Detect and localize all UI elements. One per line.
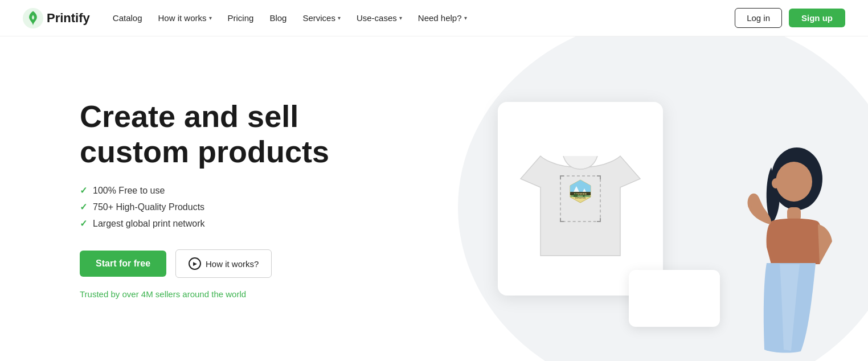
logo[interactable]: Printify <box>23 8 90 28</box>
hero-buttons: Start for free ▶ How it works? <box>80 249 376 278</box>
svg-point-13 <box>772 178 780 188</box>
nav-use-cases[interactable]: Use-cases ▾ <box>357 13 402 23</box>
chevron-down-icon: ▾ <box>464 15 467 21</box>
navbar: Printify Catalog How it works ▾ Pricing … <box>0 0 868 36</box>
woman-illustration <box>714 133 851 361</box>
chevron-down-icon: ▾ <box>338 15 341 21</box>
check-icon: ✓ <box>80 218 87 229</box>
nav-services[interactable]: Services ▾ <box>302 13 341 23</box>
how-it-works-button[interactable]: ▶ How it works? <box>175 249 272 278</box>
chevron-down-icon: ▾ <box>209 15 212 21</box>
hero-content: Create and sell custom products ✓ 100% F… <box>80 99 376 299</box>
chevron-down-icon: ▾ <box>399 15 402 21</box>
hero-features: ✓ 100% Free to use ✓ 750+ High-Quality P… <box>80 185 376 229</box>
feature-item: ✓ 100% Free to use <box>80 185 376 196</box>
hero-section: Create and sell custom products ✓ 100% F… <box>0 36 868 361</box>
feature-item: ✓ Largest global print network <box>80 218 376 229</box>
nav-how-it-works[interactable]: How it works ▾ <box>158 13 212 23</box>
check-icon: ✓ <box>80 202 87 212</box>
play-icon: ▶ <box>189 257 201 270</box>
overlay-card <box>629 270 720 327</box>
trust-text: Trusted by over 4M sellers around the wo… <box>80 289 376 299</box>
logo-icon <box>23 8 43 28</box>
tshirt-illustration: MOUNTAIN EXPEDITION <box>515 125 646 273</box>
nav-links: Catalog How it works ▾ Pricing Blog Serv… <box>113 13 735 23</box>
nav-need-help[interactable]: Need help? ▾ <box>418 13 467 23</box>
nav-blog[interactable]: Blog <box>269 13 286 23</box>
nav-actions: Log in Sign up <box>735 8 845 28</box>
product-card: MOUNTAIN EXPEDITION <box>498 102 663 296</box>
svg-point-12 <box>776 162 812 202</box>
hero-title: Create and sell custom products <box>80 99 376 169</box>
logo-text: Printify <box>47 11 90 26</box>
signup-button[interactable]: Sign up <box>789 9 845 27</box>
start-for-free-button[interactable]: Start for free <box>80 251 166 277</box>
hero-visual: MOUNTAIN EXPEDITION <box>469 36 868 361</box>
svg-text:EXPEDITION: EXPEDITION <box>575 197 586 199</box>
nav-pricing[interactable]: Pricing <box>228 13 254 23</box>
login-button[interactable]: Log in <box>735 8 782 28</box>
nav-catalog[interactable]: Catalog <box>113 13 142 23</box>
check-icon: ✓ <box>80 185 87 196</box>
feature-item: ✓ 750+ High-Quality Products <box>80 202 376 212</box>
